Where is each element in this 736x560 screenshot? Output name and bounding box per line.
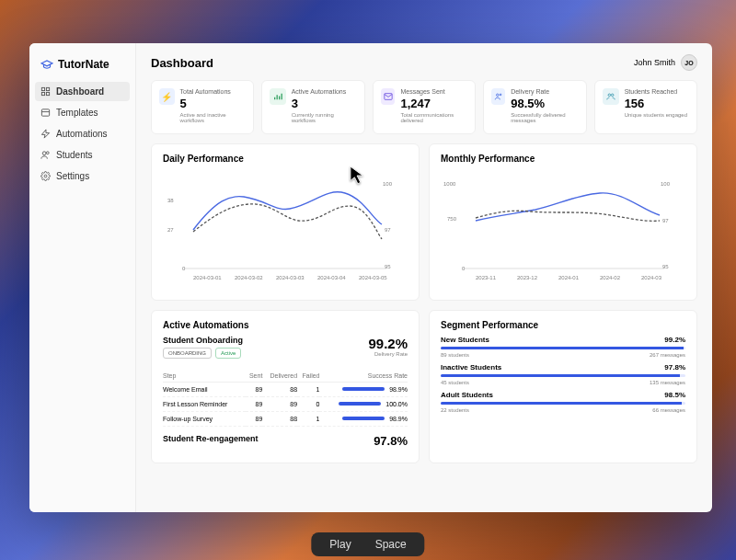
user-block[interactable]: John Smith JO [634, 54, 697, 71]
page-title: Dashboard [151, 56, 213, 70]
svg-point-14 [496, 94, 499, 97]
col-step: Step [163, 370, 246, 383]
svg-point-7 [46, 152, 49, 154]
kpi-sub: Unique students engaged [625, 112, 687, 119]
dashboard-icon [40, 86, 51, 97]
failed-cell: 0 [297, 396, 319, 411]
svg-point-17 [611, 94, 614, 97]
user-name: John Smith [634, 58, 675, 67]
svg-text:2024-02: 2024-02 [600, 275, 621, 280]
sidebar-item-students[interactable]: Students [35, 145, 130, 165]
sidebar-item-templates[interactable]: Templates [35, 103, 130, 122]
space-label[interactable]: Space [375, 538, 407, 551]
col-delivered: Delivered [262, 370, 297, 383]
svg-text:750: 750 [447, 216, 457, 222]
main: Dashboard John Smith JO ⚡ Total Automati… [136, 43, 712, 512]
kpi-card: Active Automations 3 Currently running w… [261, 80, 364, 134]
svg-text:27: 27 [167, 227, 174, 233]
segment-rate: 98.5% [664, 391, 685, 399]
svg-rect-3 [41, 92, 44, 95]
svg-text:2024-03-03: 2024-03-03 [276, 275, 305, 280]
svg-rect-4 [41, 109, 49, 116]
svg-point-8 [44, 175, 47, 177]
step-cell: Follow-up Survey [163, 411, 246, 426]
tag: ONBOARDING [163, 348, 212, 359]
success-cell: 98.9% [319, 382, 408, 396]
kpi-card: Messages Sent 1,247 Total communications… [373, 80, 476, 134]
svg-rect-1 [46, 87, 49, 90]
kpi-sub: Total communications delivered [400, 112, 467, 124]
sidebar-item-label: Students [56, 150, 92, 160]
svg-text:2024-03: 2024-03 [641, 275, 662, 280]
delivered-cell: 89 [262, 396, 297, 411]
segment-messages: 66 messages [652, 407, 685, 413]
segment-messages: 135 messages [650, 380, 685, 385]
kpi-value: 156 [625, 97, 687, 110]
avatar[interactable]: JO [681, 54, 697, 71]
people-icon [603, 88, 619, 105]
sent-cell: 89 [246, 396, 262, 411]
svg-text:38: 38 [167, 198, 174, 203]
kpi-value: 1,247 [400, 97, 467, 110]
failed-cell: 1 [297, 382, 319, 396]
automation-rate: 99.2% [368, 336, 408, 351]
segment-rate: 97.8% [664, 363, 685, 371]
kpi-label: Active Automations [292, 88, 357, 96]
segment-name: New Students [441, 336, 489, 344]
kpi-value: 3 [292, 97, 357, 110]
col-failed: Failed [297, 370, 319, 383]
sidebar-item-settings[interactable]: Settings [35, 166, 130, 186]
play-label[interactable]: Play [329, 538, 351, 551]
segment-row: Inactive Students97.8%45 students135 mes… [441, 363, 685, 385]
segment-messages: 267 messages [650, 352, 685, 358]
delivered-cell: 88 [262, 382, 297, 396]
templates-icon [40, 108, 51, 118]
automation-tags: ONBOARDING Active [163, 348, 243, 359]
svg-point-15 [500, 94, 501, 96]
brand: TutorNate [35, 54, 130, 82]
automation-table: Step Sent Delivered Failed Success Rate … [163, 370, 408, 427]
tag: Active [215, 348, 241, 359]
svg-text:2024-03-01: 2024-03-01 [193, 275, 222, 280]
sidebar-item-label: Dashboard [56, 86, 104, 97]
segment-bar [441, 347, 685, 349]
kpi-row: ⚡ Total Automations 5 Active and inactiv… [151, 80, 697, 134]
automations-icon [40, 129, 51, 139]
segment-row: Adult Students98.5%22 students66 message… [441, 391, 685, 413]
automation-name: Student Onboarding [163, 336, 243, 345]
footer-controls: Play Space [311, 532, 424, 556]
svg-rect-0 [41, 87, 44, 90]
kpi-label: Total Automations [180, 88, 247, 96]
mail-icon [381, 88, 396, 105]
svg-text:95: 95 [385, 264, 391, 269]
users-icon [491, 88, 505, 105]
svg-text:1000: 1000 [443, 181, 456, 187]
kpi-sub: Active and inactive workflows [180, 112, 247, 124]
segment-row: New Students99.2%89 students267 messages [441, 336, 685, 358]
failed-cell: 1 [297, 411, 319, 426]
svg-text:2023-12: 2023-12 [517, 275, 538, 280]
daily-chart-card: Daily Performance 38 27 100 97 95 0 2024… [151, 143, 420, 301]
table-row: Welcome Email8988198.9% [163, 382, 408, 396]
sidebar-item-dashboard[interactable]: Dashboard [35, 82, 130, 101]
automation-rate-label: Delivery Rate [368, 351, 408, 357]
kpi-label: Messages Sent [400, 88, 467, 96]
sidebar-item-label: Automations [56, 129, 108, 139]
segment-name: Inactive Students [441, 363, 501, 371]
svg-text:95: 95 [662, 264, 669, 269]
svg-text:97: 97 [662, 218, 669, 223]
sidebar-item-automations[interactable]: Automations [35, 124, 130, 143]
col-sent: Sent [246, 370, 262, 383]
kpi-sub: Currently running workflows [292, 112, 357, 124]
segment-name: Adult Students [441, 391, 493, 399]
automations-card: Active Automations Student Onboarding ON… [151, 310, 420, 463]
success-cell: 98.9% [319, 411, 408, 426]
sidebar-item-label: Settings [56, 171, 89, 181]
charts-row: Daily Performance 38 27 100 97 95 0 2024… [151, 143, 697, 301]
monthly-chart: 1000 750 100 97 95 0 2023-11 2023-12 202… [441, 167, 685, 287]
col-success: Success Rate [319, 370, 408, 383]
automation-name: Student Re-engagement [163, 434, 259, 443]
zap-icon: ⚡ [159, 88, 175, 105]
kpi-label: Students Reached [625, 88, 687, 96]
sent-cell: 89 [246, 382, 262, 396]
